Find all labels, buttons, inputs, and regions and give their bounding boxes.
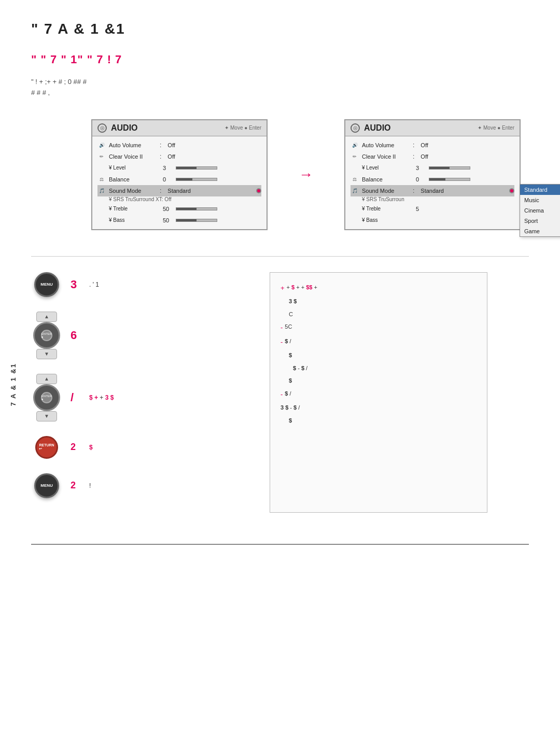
- audio-row-auto-volume-r: 🔊 Auto Volume : Off: [351, 139, 514, 151]
- step-menu-text: . ' 1: [89, 280, 99, 289]
- step-return: RETURN↩ 2 $: [31, 436, 249, 459]
- balance-slider: [176, 178, 217, 181]
- audio-row-sound-mode: 🎵 Sound Mode : Standard: [97, 185, 261, 196]
- audio-icon-left: ◎: [97, 123, 107, 133]
- step-return-text: $: [89, 443, 93, 452]
- page-wrapper: " 7 A & 1 &1 " " 7 " 1" " 7 ! 7 " ! + ;+…: [0, 0, 560, 746]
- menu-remote-icon: MENU: [31, 272, 62, 297]
- arrow-icon: →: [299, 166, 313, 183]
- enter-remote-icon: ▲ ENTER● ▼: [31, 312, 62, 359]
- audio-panel-left-header: ◎ AUDIO ✦ Move ● Enter: [92, 120, 267, 136]
- info-line-5: - $ /: [281, 337, 477, 347]
- menu2-button[interactable]: MENU: [34, 473, 59, 498]
- step-enter2: ▲ ENTER● ▼ / $ + + 3 $: [31, 374, 249, 421]
- audio-row-auto-volume: 🔊 Auto Volume : Off: [97, 139, 261, 151]
- info-line-11: $: [281, 416, 477, 425]
- info-line-2: 3 $: [281, 297, 477, 306]
- audio-title-left: AUDIO: [111, 123, 220, 133]
- audio-row-treble: ¥ Treble 50: [97, 203, 261, 215]
- info-line-1: + + $ + + $$ +: [281, 283, 477, 293]
- sound-mode-icon: 🎵: [97, 187, 106, 195]
- steps-section: MENU 3 . ' 1 ▲ ENTER●: [31, 272, 529, 513]
- bottom-divider: [31, 544, 529, 545]
- audio-row-bass: ¥ Bass 50: [97, 215, 261, 226]
- audio-row-clear-voice: ✏ Clear Voice II : Off: [97, 151, 261, 162]
- nav-hint-left: ✦ Move ● Enter: [225, 125, 261, 131]
- return-button[interactable]: RETURN↩: [35, 436, 58, 459]
- enter2-button-group: ▲ ENTER● ▼: [33, 374, 60, 421]
- enter-button-group: ▲ ENTER● ▼: [33, 312, 60, 359]
- audio-row-bass-r: ¥ Bass: [351, 215, 514, 226]
- dropdown-item-game[interactable]: Game: [520, 226, 560, 236]
- audio-panel-left-body: 🔊 Auto Volume : Off ✏ Clear Voice II : O…: [92, 136, 267, 229]
- panels-area: ◎ AUDIO ✦ Move ● Enter 🔊 Auto Volume : O…: [31, 119, 529, 230]
- info-line-6: $: [281, 351, 477, 360]
- selected-indicator-r: [509, 188, 514, 193]
- enter-center-button[interactable]: ENTER●: [41, 330, 52, 341]
- audio-title-right: AUDIO: [364, 123, 473, 133]
- info-line-7: $ - $ /: [281, 364, 477, 373]
- step-menu: MENU 3 . ' 1: [31, 272, 249, 297]
- info-line-9: - $ /: [281, 389, 477, 400]
- audio-panel-left: ◎ AUDIO ✦ Move ● Enter 🔊 Auto Volume : O…: [91, 119, 268, 230]
- info-line-10: 3 $ - $ /: [281, 403, 477, 412]
- step-enter2-text: $ + + 3 $: [89, 393, 114, 402]
- sub-title: " " 7 " 1" " 7 ! 7: [31, 53, 529, 66]
- dropdown-item-sport[interactable]: Sport: [520, 216, 560, 226]
- step-menu2-text: !: [89, 481, 91, 490]
- menu2-remote-icon: MENU: [31, 473, 62, 498]
- enter2-remote-icon: ▲ ENTER● ▼: [31, 374, 62, 421]
- audio-row-balance: ⚖ Balance 0: [97, 174, 261, 185]
- auto-volume-icon: 🔊: [97, 141, 106, 149]
- audio-panel-right-body: 🔊 Auto Volume : Off ✏ Clear Voice II : O…: [345, 136, 520, 229]
- dropdown-item-standard[interactable]: Standard: [520, 185, 560, 195]
- audio-row-level: ¥ Level 3: [97, 162, 261, 174]
- info-line-4: - 5C: [281, 322, 477, 333]
- audio-row-srs: ¥ SRS TruSurround XT: Off: [97, 196, 261, 203]
- enter2-center-button[interactable]: ENTER●: [41, 392, 52, 403]
- bass-slider: [176, 219, 217, 222]
- step-enter: ▲ ENTER● ▼ 6: [31, 312, 249, 359]
- nav-up-button[interactable]: ▲: [36, 312, 57, 322]
- sound-mode-dropdown: Standard Music Cinema Sport Game: [520, 184, 560, 237]
- audio-row-level-r: ¥ Level 3: [351, 162, 514, 174]
- nav-hint-right: ✦ Move ● Enter: [478, 125, 514, 131]
- audio-icon-right: ◎: [351, 123, 360, 133]
- return-remote-icon: RETURN↩: [31, 436, 62, 459]
- nav-ring: ENTER●: [33, 322, 60, 349]
- audio-row-srs-r: ¥ SRS TruSurroun: [351, 196, 514, 203]
- level-slider-r: [429, 166, 470, 170]
- audio-panel-right: ◎ AUDIO ✦ Move ● Enter 🔊 Auto Volume : O…: [344, 119, 521, 230]
- steps-left: MENU 3 . ' 1 ▲ ENTER●: [31, 272, 249, 513]
- audio-row-clear-voice-r: ✏ Clear Voice II : Off: [351, 151, 514, 162]
- balance-icon: ⚖: [97, 175, 106, 184]
- selected-indicator: [256, 188, 261, 193]
- audio-row-treble-r: ¥ Treble 5: [351, 203, 514, 215]
- dropdown-item-music[interactable]: Music: [520, 195, 560, 205]
- audio-row-balance-r: ⚖ Balance 0: [351, 174, 514, 185]
- nav-down-button[interactable]: ▼: [36, 349, 57, 359]
- info-line-3: C: [281, 310, 477, 319]
- nav-ring2: ENTER●: [33, 384, 60, 411]
- side-label: 7 A & 1 &1: [9, 363, 17, 406]
- balance-slider-r: [429, 178, 470, 181]
- main-title: " 7 A & 1 &1: [31, 21, 529, 37]
- info-line-8: $: [281, 376, 477, 385]
- menu-button[interactable]: MENU: [34, 272, 59, 297]
- nav-down2-button[interactable]: ▼: [36, 411, 57, 421]
- info-box: + + $ + + $$ + 3 $ C - 5C - $ / $ $ - $ …: [270, 272, 487, 513]
- section-divider: [31, 256, 529, 257]
- dropdown-item-cinema[interactable]: Cinema: [520, 205, 560, 216]
- audio-panel-right-header: ◎ AUDIO ✦ Move ● Enter: [345, 120, 520, 136]
- level-slider: [176, 166, 217, 170]
- treble-slider: [176, 207, 217, 210]
- step-menu2: MENU 2 !: [31, 473, 249, 498]
- audio-row-sound-mode-r: 🎵 Sound Mode : Standard Standard Music C…: [351, 185, 514, 196]
- clear-voice-icon: ✏: [97, 152, 106, 161]
- description: " ! + ;+ + # ; 0 ## # # # # ,: [31, 77, 446, 98]
- nav-up2-button[interactable]: ▲: [36, 374, 57, 384]
